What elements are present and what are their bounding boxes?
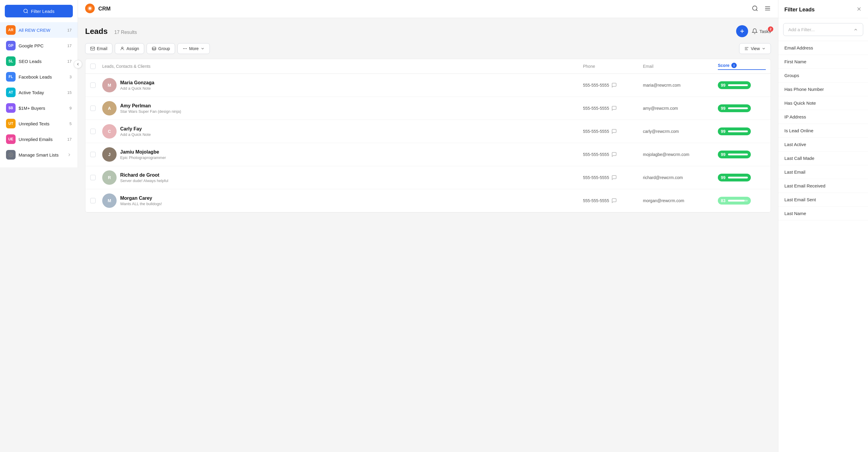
- table-row[interactable]: R Richard de Groot Server dude! Always h…: [86, 166, 771, 189]
- row-checkbox[interactable]: [90, 198, 96, 203]
- filter-option[interactable]: Has Phone Number: [778, 83, 868, 96]
- sidebar-avatar: $B: [6, 103, 16, 113]
- row-checkbox[interactable]: [90, 129, 96, 134]
- sidebar-item-label: Active Today: [19, 90, 64, 95]
- table-row[interactable]: A Amy Perlman Star Wars Super Fan (desig…: [86, 97, 771, 120]
- sidebar-item-count: 17: [67, 44, 72, 48]
- menu-button[interactable]: [764, 5, 771, 13]
- filter-option[interactable]: Last Call Made: [778, 151, 868, 165]
- sidebar-item-active-today[interactable]: AT Active Today 15: [0, 85, 78, 100]
- table-row[interactable]: J Jamiu Mojolagbe Epic Photograprogramme…: [86, 143, 771, 166]
- sidebar-item-count: 5: [69, 121, 72, 126]
- title-area: Leads 17 Results: [85, 27, 137, 36]
- chevron-down-icon: [200, 47, 205, 51]
- filter-option[interactable]: Last Email Sent: [778, 193, 868, 207]
- message-icon[interactable]: [612, 175, 617, 180]
- message-icon[interactable]: [612, 106, 617, 111]
- row-checkbox[interactable]: [90, 106, 96, 111]
- message-icon[interactable]: [612, 129, 617, 134]
- sidebar-item-1m-buyers[interactable]: $B $1M+ Buyers 9: [0, 100, 78, 116]
- message-icon[interactable]: [612, 152, 617, 157]
- filter-option[interactable]: Email Address: [778, 41, 868, 55]
- filter-option[interactable]: Is Lead Online: [778, 124, 868, 138]
- score-bar-wrapper: 99: [718, 150, 751, 158]
- row-checkbox[interactable]: [90, 175, 96, 180]
- row-checkbox-cell: [90, 106, 102, 111]
- sidebar-item-facebook-leads[interactable]: FL Facebook Leads 3: [0, 69, 78, 85]
- row-checkbox[interactable]: [90, 83, 96, 88]
- group-button[interactable]: Group: [147, 43, 175, 54]
- filter-option[interactable]: Last Email Received: [778, 179, 868, 193]
- filter-option[interactable]: Last Active: [778, 138, 868, 151]
- lead-info: Carly Fay Add a Quick Note: [120, 126, 151, 137]
- lead-cell: A Amy Perlman Star Wars Super Fan (desig…: [102, 101, 583, 115]
- sidebar-item-unreplied-texts[interactable]: UT Unreplied Texts 5: [0, 116, 78, 131]
- sidebar-item-google-ppc[interactable]: GP Google PPC 17: [0, 38, 78, 53]
- sidebar-item-label: SEO Leads: [19, 59, 64, 64]
- sidebar-item-count: 3: [69, 75, 72, 79]
- col-phone-header: Phone: [583, 64, 643, 69]
- filter-option[interactable]: IP Address: [778, 110, 868, 124]
- table-row[interactable]: C Carly Fay Add a Quick Note 555-555-555…: [86, 120, 771, 143]
- sidebar-item-all-rew[interactable]: AR All REW CREW 17: [0, 22, 78, 38]
- leads-table: Leads, Contacts & Clients Phone Email Sc…: [85, 59, 771, 213]
- score-bar-wrapper: 99: [718, 104, 751, 112]
- sidebar-avatar: GP: [6, 41, 16, 50]
- more-button[interactable]: More: [178, 43, 210, 54]
- filter-option[interactable]: Last Name: [778, 207, 868, 221]
- score-value: 99: [721, 83, 725, 88]
- add-button[interactable]: [736, 25, 748, 37]
- row-checkbox[interactable]: [90, 152, 96, 157]
- score-cell: 99: [718, 150, 766, 158]
- lead-cell: C Carly Fay Add a Quick Note: [102, 124, 583, 139]
- filter-option[interactable]: First Name: [778, 55, 868, 69]
- score-bar-wrapper: 99: [718, 81, 751, 89]
- results-count: 17 Results: [114, 30, 137, 35]
- lead-info: Morgan Carey Wants ALL the bulldogs!: [120, 196, 162, 206]
- filter-panel-close-button[interactable]: [856, 6, 862, 13]
- score-fill: [728, 153, 748, 156]
- score-filter-icon[interactable]: i: [731, 63, 737, 68]
- table-header: Leads, Contacts & Clients Phone Email Sc…: [86, 59, 771, 74]
- filter-leads-button[interactable]: Filter Leads: [5, 5, 73, 18]
- lead-note: Server dude! Always helpful: [120, 178, 168, 183]
- assign-button[interactable]: Assign: [115, 43, 144, 54]
- sidebar-item-label: Unreplied Texts: [19, 121, 66, 126]
- table-row[interactable]: M Maria Gonzaga Add a Quick Note 555-555…: [86, 74, 771, 97]
- manage-smart-lists-item[interactable]: Manage Smart Lists: [0, 147, 78, 163]
- lead-note: Add a Quick Note: [120, 86, 154, 91]
- message-icon[interactable]: [612, 83, 617, 88]
- lead-name: Amy Perlman: [120, 103, 181, 109]
- sidebar-avatar: AT: [6, 88, 16, 97]
- filter-option[interactable]: Last Email: [778, 165, 868, 179]
- email-button[interactable]: Email: [85, 43, 113, 54]
- manage-avatar: [6, 150, 16, 160]
- sidebar-avatar: AR: [6, 25, 16, 35]
- filter-dropdown-select[interactable]: Add a Filter...: [783, 23, 863, 36]
- filter-panel-header: Filter Leads: [778, 0, 868, 18]
- manage-smart-lists-label: Manage Smart Lists: [19, 152, 64, 158]
- sidebar-item-seo-leads[interactable]: SL SEO Leads 17: [0, 53, 78, 69]
- score-label: Score: [718, 63, 730, 68]
- sidebar: Filter Leads AR All REW CREW 17 GP Googl…: [0, 0, 78, 167]
- avatar: C: [102, 124, 117, 139]
- select-all-checkbox-cell: [90, 64, 102, 69]
- tasks-button[interactable]: Tasks 2: [752, 28, 771, 34]
- filter-panel: Filter Leads Add a Filter... Email Addre…: [778, 0, 868, 452]
- lead-info: Richard de Groot Server dude! Always hel…: [120, 172, 168, 183]
- sidebar-top: Filter Leads: [0, 5, 78, 22]
- table-row[interactable]: M Morgan Carey Wants ALL the bulldogs! 5…: [86, 189, 771, 213]
- toolbar: Email Assign Group More: [85, 43, 771, 54]
- view-button[interactable]: View: [739, 43, 771, 54]
- sidebar-collapse-button[interactable]: [74, 60, 82, 68]
- lead-cell: J Jamiu Mojolagbe Epic Photograprogramme…: [102, 147, 583, 162]
- select-all-checkbox[interactable]: [90, 64, 96, 69]
- filter-option[interactable]: Groups: [778, 69, 868, 83]
- filter-option[interactable]: Has Quick Note: [778, 96, 868, 110]
- message-icon[interactable]: [612, 198, 617, 203]
- search-button[interactable]: [752, 5, 758, 13]
- score-value: 99: [721, 175, 725, 180]
- score-track: [728, 131, 748, 132]
- sidebar-item-unreplied-emails[interactable]: UE Unreplied Emails 17: [0, 131, 78, 147]
- score-value: 83: [721, 198, 725, 203]
